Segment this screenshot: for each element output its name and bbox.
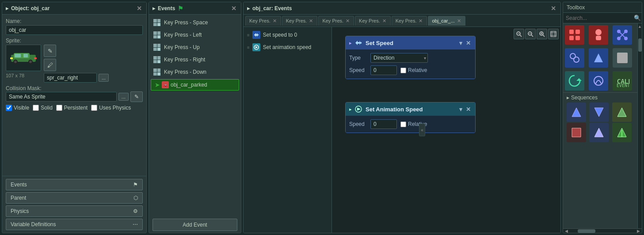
parent-button[interactable]: Parent ⬡ — [6, 192, 143, 204]
events-btn-label: Events — [11, 182, 27, 188]
speed-relative-checkbox[interactable] — [400, 68, 406, 73]
code-item-setanim[interactable]: ≡ Set animation speed — [244, 41, 332, 53]
tab-kp5[interactable]: Key Pres. ✕ — [392, 16, 427, 26]
toolbox-item-9[interactable]: CALL EVENT — [613, 71, 632, 91]
toolbox-grid-row1 — [563, 23, 637, 46]
tab-kp1-close[interactable]: ✕ — [272, 18, 277, 24]
seq-item-3[interactable] — [612, 102, 632, 122]
toolbox-item-2[interactable] — [589, 25, 608, 45]
toolbox-search-input[interactable] — [566, 15, 632, 21]
solid-checkbox[interactable] — [33, 105, 39, 111]
sprite-new-icon-btn[interactable]: 🖊 — [44, 59, 56, 71]
event-kp-right[interactable]: Key Press - Right — [149, 53, 241, 66]
uses-physics-checkbox[interactable] — [91, 105, 97, 111]
kp-space-label: Key Press - Space — [164, 19, 208, 26]
persistent-checkbox-label[interactable]: Persistent — [56, 105, 88, 111]
events-panel-close[interactable]: ✕ — [230, 5, 237, 11]
event-kp-left[interactable]: Key Press - Left — [149, 29, 241, 41]
event-obj-car-parked[interactable]: ➤ 🚗 obj_car_parked — [151, 79, 239, 91]
toolbox-item-3[interactable] — [613, 25, 632, 45]
scroll-up-btn[interactable]: ▲ — [637, 23, 642, 30]
set-anim-collapse-btn[interactable]: ▾ — [458, 106, 463, 113]
tab-obj-car-close[interactable]: ✕ — [457, 18, 461, 24]
tab-kp2[interactable]: Key Pres. ✕ — [282, 16, 318, 26]
seq-item-2[interactable] — [589, 102, 609, 122]
collision-browse-btn[interactable]: ... — [118, 93, 129, 101]
sprite-browse-btn[interactable]: ... — [99, 74, 109, 82]
sprite-name-input[interactable] — [44, 73, 97, 83]
toolbox-item-8[interactable] — [589, 71, 608, 91]
set-anim-close-btn[interactable]: ✕ — [465, 106, 472, 113]
toolbox-item-5[interactable] — [589, 48, 608, 68]
tab-kp5-close[interactable]: ✕ — [418, 18, 423, 24]
seq-item-5[interactable] — [589, 123, 609, 142]
parked-icon: 🚗 — [162, 81, 169, 88]
speed-relative-label[interactable]: Relative — [400, 67, 427, 73]
left-collapse-btn[interactable]: « — [419, 124, 425, 136]
scrollbar-thumb[interactable] — [638, 38, 642, 52]
scroll-left-btn[interactable]: ◀ — [564, 228, 569, 234]
tab-obj-car-label: obj_car_... — [432, 18, 454, 23]
event-kp-space[interactable]: Key Press - Space — [149, 16, 241, 29]
seq-item-6[interactable] — [612, 123, 632, 142]
event-kp-down[interactable]: Key Press - Down — [149, 66, 241, 78]
object-panel-close[interactable]: ✕ — [136, 5, 143, 11]
toolbox-h-scrollbar[interactable]: ◀ ▶ — [563, 228, 642, 233]
collision-input[interactable] — [6, 92, 117, 102]
tab-kp1[interactable]: Key Pres. ✕ — [245, 16, 281, 26]
variable-defs-button[interactable]: Variable Definitions ⋯ — [6, 219, 143, 230]
toolbox-item-7[interactable] — [565, 71, 584, 91]
editor-panel-close[interactable]: ✕ — [550, 5, 557, 11]
kp-left-label: Key Press - Left — [164, 32, 202, 38]
tab-kp3[interactable]: Key Pres. ✕ — [318, 16, 354, 26]
uses-physics-checkbox-label[interactable]: Uses Physics — [91, 105, 131, 111]
tab-kp3-label: Key Pres. — [322, 18, 343, 23]
toolbox-scrollbar[interactable]: ▲ — [637, 23, 642, 228]
svg-marker-13 — [255, 46, 258, 49]
anim-relative-checkbox[interactable] — [400, 121, 406, 127]
code-item-setspeed[interactable]: ≡ Set speed to 0 — [244, 29, 332, 41]
solid-checkbox-label[interactable]: Solid — [33, 105, 53, 111]
scroll-right-btn[interactable]: ▶ — [636, 228, 641, 234]
collision-mask-edit-btn[interactable]: ✎ — [130, 91, 143, 102]
zoom-reset-btn[interactable] — [548, 29, 559, 39]
persistent-checkbox[interactable] — [56, 105, 62, 111]
svg-rect-48 — [617, 53, 628, 63]
add-event-button[interactable]: Add Event — [152, 219, 237, 231]
seq-item-1[interactable] — [567, 102, 586, 122]
tab-obj-car[interactable]: obj_car_... ✕ — [428, 16, 465, 26]
setspeed-label: Set speed to 0 — [263, 32, 297, 38]
svg-line-15 — [520, 35, 522, 37]
toolbox-item-6[interactable] — [613, 48, 632, 68]
tab-kp4[interactable]: Key Pres. ✕ — [355, 16, 391, 26]
zoom-fit-btn[interactable] — [514, 29, 524, 39]
visible-checkbox-label[interactable]: Visible — [6, 105, 29, 111]
zoom-out-btn[interactable] — [525, 29, 536, 39]
event-kp-up[interactable]: Key Press - Up — [149, 41, 241, 53]
svg-rect-8 — [10, 57, 13, 59]
panel-triangle-icon: ▸ — [6, 5, 8, 11]
set-speed-close-btn[interactable]: ✕ — [465, 40, 472, 46]
toolbox-item-1[interactable] — [565, 25, 584, 45]
tab-kp4-close[interactable]: ✕ — [382, 18, 387, 24]
physics-button[interactable]: Physics ⚙ — [6, 205, 143, 217]
toolbox-item-4[interactable] — [565, 48, 584, 68]
name-input[interactable] — [6, 25, 143, 35]
speed-input[interactable] — [370, 65, 397, 75]
seq-item-4[interactable] — [567, 123, 586, 142]
sprite-edit-icon-btn[interactable]: ✎ — [44, 45, 56, 57]
h-scrollbar-thumb[interactable] — [578, 229, 595, 233]
zoom-in-btn[interactable] — [537, 29, 547, 39]
svg-rect-36 — [575, 36, 580, 40]
tab-kp3-close[interactable]: ✕ — [345, 18, 350, 24]
tab-kp2-close[interactable]: ✕ — [309, 18, 313, 24]
type-dropdown[interactable]: Direction Horizontal Vertical — [370, 53, 428, 63]
sprite-preview — [6, 45, 41, 71]
set-speed-collapse-btn[interactable]: ▾ — [458, 40, 463, 46]
events-button[interactable]: Events ⚑ — [6, 179, 143, 190]
anim-speed-input[interactable] — [370, 119, 397, 129]
svg-rect-2 — [15, 54, 21, 57]
toolbox-icon-9: CALL EVENT — [615, 74, 629, 88]
visible-checkbox[interactable] — [6, 105, 12, 111]
speed-icon-svg — [253, 32, 259, 38]
